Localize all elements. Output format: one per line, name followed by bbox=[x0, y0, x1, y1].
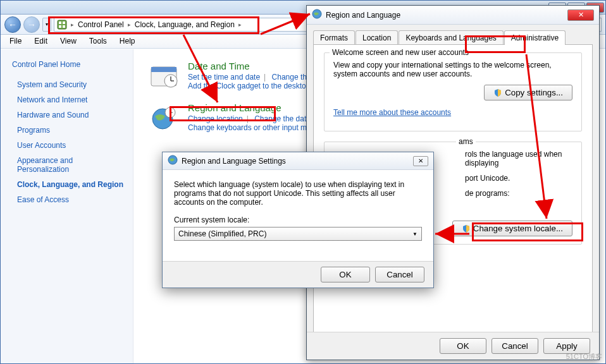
settings-ok-button[interactable]: OK bbox=[321, 267, 370, 282]
group-welcome-screen: Welcome screen and new user accounts Vie… bbox=[324, 52, 582, 131]
rl-cancel-button[interactable]: Cancel bbox=[492, 338, 538, 354]
system-locale-dropdown[interactable]: Chinese (Simplified, PRC) ▼ bbox=[174, 227, 422, 241]
settings-desc: Select which language (system locale) to… bbox=[174, 180, 422, 207]
svg-rect-1 bbox=[59, 21, 61, 24]
sidebar-item-ease[interactable]: Ease of Access bbox=[1, 192, 133, 207]
region-language-title: Region and Language bbox=[326, 11, 400, 20]
tab-keyboards[interactable]: Keyboards and Languages bbox=[399, 30, 503, 45]
group-welcome-title: Welcome screen and new user accounts bbox=[330, 48, 471, 57]
group-non-unicode-title-frag: ams bbox=[456, 137, 476, 146]
link-set-time[interactable]: Set the time and date bbox=[188, 73, 260, 82]
tell-me-more-link[interactable]: Tell me more about these accounts bbox=[333, 108, 451, 117]
globe-icon bbox=[168, 155, 178, 167]
sidebar-item-network[interactable]: Network and Internet bbox=[1, 92, 133, 107]
tab-administrative[interactable]: Administrative bbox=[504, 30, 566, 45]
region-language-footer: OK Cancel Apply bbox=[307, 332, 599, 360]
svg-rect-4 bbox=[63, 25, 65, 28]
sidebar: Control Panel Home System and Security N… bbox=[1, 49, 133, 363]
settings-label: Current system locale: bbox=[174, 215, 422, 224]
watermark: 51CTO博客 bbox=[566, 352, 602, 361]
sidebar-item-clock[interactable]: Clock, Language, and Region bbox=[1, 177, 133, 192]
settings-close-button[interactable]: ✕ bbox=[413, 156, 428, 166]
back-button[interactable]: ← bbox=[4, 16, 21, 33]
copy-settings-label: Copy settings... bbox=[505, 88, 563, 97]
svg-rect-3 bbox=[59, 25, 61, 28]
change-system-locale-button[interactable]: Change system locale... bbox=[452, 221, 572, 236]
chevron-down-icon: ▼ bbox=[412, 231, 417, 237]
settings-footer: OK Cancel bbox=[163, 261, 433, 288]
link-change-location[interactable]: Change location bbox=[188, 114, 243, 123]
menu-edit[interactable]: Edit bbox=[28, 35, 54, 48]
sidebar-home[interactable]: Control Panel Home bbox=[1, 57, 133, 72]
menu-tools[interactable]: Tools bbox=[83, 35, 113, 48]
sidebar-item-system[interactable]: System and Security bbox=[1, 77, 133, 92]
svg-rect-2 bbox=[63, 21, 65, 24]
rl-ok-button[interactable]: OK bbox=[440, 338, 486, 354]
sidebar-item-appearance[interactable]: Appearance and Personalization bbox=[1, 153, 133, 177]
menu-view[interactable]: View bbox=[54, 35, 83, 48]
tab-row: Formats Location Keyboards and Languages… bbox=[313, 30, 593, 44]
sidebar-item-hardware[interactable]: Hardware and Sound bbox=[1, 107, 133, 123]
tab-formats[interactable]: Formats bbox=[313, 30, 355, 45]
breadcrumb-leaf[interactable]: Clock, Language, and Region bbox=[135, 20, 235, 29]
link-add-clock-gadget[interactable]: Add the Clock gadget to the desktop bbox=[188, 82, 310, 90]
shield-icon bbox=[462, 224, 471, 233]
control-panel-icon bbox=[57, 20, 67, 30]
breadcrumb-sep-icon[interactable]: ▸ bbox=[71, 21, 74, 28]
group-welcome-desc: View and copy your international setting… bbox=[333, 61, 572, 78]
region-language-settings-dialog: Region and Language Settings ✕ Select wh… bbox=[162, 152, 434, 288]
copy-settings-button[interactable]: Copy settings... bbox=[484, 85, 572, 100]
forward-button[interactable]: → bbox=[23, 16, 40, 33]
system-locale-value: Chinese (Simplified, PRC) bbox=[178, 229, 266, 238]
shield-icon bbox=[493, 88, 502, 97]
clock-icon bbox=[149, 61, 179, 91]
breadcrumb-sep-icon[interactable]: ▸ bbox=[238, 21, 242, 28]
menu-file[interactable]: File bbox=[3, 35, 28, 48]
sidebar-item-programs[interactable]: Programs bbox=[1, 123, 133, 138]
tab-location[interactable]: Location bbox=[356, 30, 398, 45]
settings-title: Region and Language Settings bbox=[182, 157, 286, 166]
nav-history-dropdown[interactable]: ▾ bbox=[42, 18, 51, 32]
change-system-locale-label: Change system locale... bbox=[473, 224, 563, 233]
breadcrumb-sep-icon[interactable]: ▸ bbox=[128, 21, 131, 28]
globe-icon bbox=[149, 102, 179, 133]
breadcrumb-root[interactable]: Control Panel bbox=[78, 20, 124, 29]
settings-cancel-button[interactable]: Cancel bbox=[375, 267, 424, 282]
settings-body: Select which language (system locale) to… bbox=[163, 170, 433, 251]
region-language-titlebar: Region and Language ✕ bbox=[307, 6, 599, 25]
svg-rect-6 bbox=[151, 67, 176, 72]
sidebar-item-user-accounts[interactable]: User Accounts bbox=[1, 138, 133, 153]
menu-help[interactable]: Help bbox=[113, 35, 142, 48]
region-language-close-button[interactable]: ✕ bbox=[567, 9, 594, 21]
settings-titlebar: Region and Language Settings ✕ bbox=[163, 152, 433, 170]
globe-icon bbox=[312, 9, 322, 21]
